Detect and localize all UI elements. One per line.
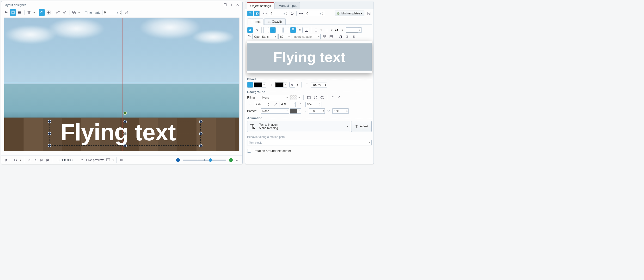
tab-text[interactable]: Text bbox=[247, 19, 264, 25]
zoom-out-icon[interactable]: − bbox=[176, 158, 180, 162]
zoom-in-icon[interactable]: + bbox=[229, 158, 233, 162]
resize-handle[interactable] bbox=[199, 132, 202, 135]
design-canvas[interactable]: Flying text bbox=[4, 18, 240, 151]
resize-handle[interactable] bbox=[48, 144, 51, 147]
preview-dropdown-icon[interactable]: ▾ bbox=[112, 158, 114, 162]
rotation-checkbox[interactable] bbox=[247, 149, 251, 153]
preview-monitor-icon[interactable] bbox=[106, 157, 111, 163]
zoom-slider-thumb[interactable] bbox=[209, 158, 212, 162]
fit-icon[interactable] bbox=[235, 157, 240, 163]
round-corner-icon[interactable] bbox=[337, 95, 343, 100]
duration-value[interactable] bbox=[270, 12, 282, 15]
align-right-icon[interactable] bbox=[277, 27, 282, 33]
goto-start-icon[interactable] bbox=[26, 157, 32, 163]
resize-handle[interactable] bbox=[124, 144, 127, 147]
border-color-swatch[interactable]: ▾ bbox=[290, 108, 301, 114]
outline-color-swatch[interactable]: ▾ bbox=[275, 82, 287, 88]
animation-dropdown-icon[interactable]: ▾ bbox=[346, 125, 348, 128]
italic-icon[interactable]: A bbox=[254, 27, 260, 33]
tab-opacity[interactable]: Opacity bbox=[264, 18, 286, 25]
resize-handle[interactable] bbox=[48, 120, 51, 123]
selection-box[interactable] bbox=[50, 122, 201, 146]
align-tool-icon[interactable] bbox=[16, 9, 23, 16]
offset-input[interactable]: s ▲▼ bbox=[305, 11, 324, 16]
safe-area-icon[interactable] bbox=[10, 9, 16, 16]
spinner-arrows-icon[interactable]: ▲▼ bbox=[324, 83, 326, 87]
play-icon[interactable] bbox=[4, 157, 9, 163]
resize-handle[interactable] bbox=[199, 144, 202, 147]
keyframe-remove-icon[interactable] bbox=[62, 9, 68, 16]
offset-value[interactable] bbox=[306, 12, 318, 15]
time-mark-input[interactable]: s ▲▼ bbox=[102, 10, 122, 15]
align-justify-icon[interactable] bbox=[284, 27, 289, 33]
case-dropdown-icon[interactable]: ▾ bbox=[341, 28, 344, 32]
columns-icon[interactable] bbox=[119, 157, 124, 163]
duration-input[interactable]: s ▲▼ bbox=[269, 11, 288, 16]
border-select[interactable]: None bbox=[261, 108, 289, 114]
align-left-icon[interactable] bbox=[263, 27, 269, 33]
mini-templates-button[interactable]: Mini-templates ▾ bbox=[335, 11, 364, 16]
valign-middle-icon[interactable] bbox=[297, 27, 303, 33]
filling-select[interactable]: None bbox=[261, 95, 289, 100]
line-spacing-dropdown-icon[interactable]: ▾ bbox=[320, 28, 322, 32]
save-icon[interactable] bbox=[366, 11, 372, 16]
contrast-icon[interactable] bbox=[338, 34, 344, 40]
opacity-value[interactable] bbox=[312, 83, 324, 87]
grid-icon[interactable] bbox=[26, 9, 32, 16]
text-color-swatch[interactable]: ▾ bbox=[346, 27, 362, 33]
center-handle[interactable] bbox=[124, 132, 127, 135]
shape-circle-icon[interactable] bbox=[313, 95, 318, 100]
link-icon[interactable] bbox=[247, 11, 253, 16]
zoom-out-tool-icon[interactable] bbox=[351, 34, 357, 40]
zoom-in-tool-icon[interactable] bbox=[344, 34, 350, 40]
text-fill-icon[interactable]: A bbox=[247, 27, 253, 33]
align-center-icon[interactable] bbox=[270, 27, 276, 33]
keyframe-add-icon[interactable] bbox=[55, 9, 61, 16]
rows-icon[interactable] bbox=[328, 34, 334, 40]
shape-ellipse-icon[interactable] bbox=[320, 95, 325, 100]
time-mark-value[interactable] bbox=[104, 11, 116, 14]
spinner-arrows-icon[interactable]: ▲▼ bbox=[322, 12, 324, 15]
tab-object-settings[interactable]: Object settings bbox=[247, 3, 274, 9]
maximize-button[interactable] bbox=[222, 3, 228, 7]
play-from-icon[interactable] bbox=[13, 157, 18, 163]
spinner-arrows-icon[interactable]: ▲▼ bbox=[120, 11, 121, 14]
fx-dropdown-icon[interactable]: ▾ bbox=[296, 83, 299, 87]
zoom-slider[interactable] bbox=[183, 160, 226, 161]
corner-icon[interactable] bbox=[330, 95, 336, 100]
z-order-dropdown-icon[interactable]: ▾ bbox=[78, 11, 80, 14]
fill-color-swatch[interactable]: ▾ bbox=[254, 82, 266, 88]
shape-rect-icon[interactable] bbox=[306, 95, 312, 100]
spinner-arrows-icon[interactable]: ▲▼ bbox=[286, 12, 288, 15]
goto-end-icon[interactable] bbox=[45, 157, 50, 163]
resize-handle[interactable] bbox=[124, 120, 127, 123]
resize-handle[interactable] bbox=[199, 120, 202, 123]
play-options-dropdown-icon[interactable]: ▾ bbox=[19, 158, 22, 162]
fx-preset-icon[interactable]: fx bbox=[290, 82, 295, 88]
visible-icon[interactable] bbox=[254, 11, 260, 16]
line-spacing-icon[interactable] bbox=[313, 27, 319, 33]
rotation-handle[interactable] bbox=[124, 112, 127, 115]
insert-variable-select[interactable]: Insert variable bbox=[292, 34, 321, 40]
opacity-input[interactable]: ▲▼ bbox=[311, 82, 327, 88]
pin-button[interactable] bbox=[228, 3, 234, 7]
next-frame-icon[interactable] bbox=[39, 157, 44, 163]
animation-select[interactable]: fx Text animation: Alpha blending ▾ bbox=[247, 121, 350, 132]
snap-icon[interactable] bbox=[39, 9, 45, 16]
filling-color-swatch[interactable]: ▾ bbox=[290, 95, 301, 100]
grid-dropdown-icon[interactable]: ▾ bbox=[33, 11, 36, 14]
refresh-icon[interactable] bbox=[289, 11, 295, 16]
tab-manual-input[interactable]: Manual input bbox=[275, 2, 300, 9]
prev-frame-icon[interactable] bbox=[32, 157, 38, 163]
text-fx-fill-icon[interactable] bbox=[247, 82, 253, 88]
font-size-select[interactable]: 80 bbox=[278, 34, 291, 40]
layout-grid-icon[interactable] bbox=[46, 9, 52, 16]
selection-tool-icon[interactable] bbox=[3, 9, 9, 16]
save-icon[interactable] bbox=[123, 9, 130, 16]
valign-bottom-icon[interactable] bbox=[304, 27, 310, 33]
list-dropdown-icon[interactable]: ▾ bbox=[330, 28, 333, 32]
list-icon[interactable] bbox=[324, 27, 329, 33]
text-fx-outline-icon[interactable] bbox=[268, 82, 274, 88]
live-preview-icon[interactable] bbox=[80, 157, 85, 163]
text-case-icon[interactable]: aA bbox=[334, 27, 340, 33]
